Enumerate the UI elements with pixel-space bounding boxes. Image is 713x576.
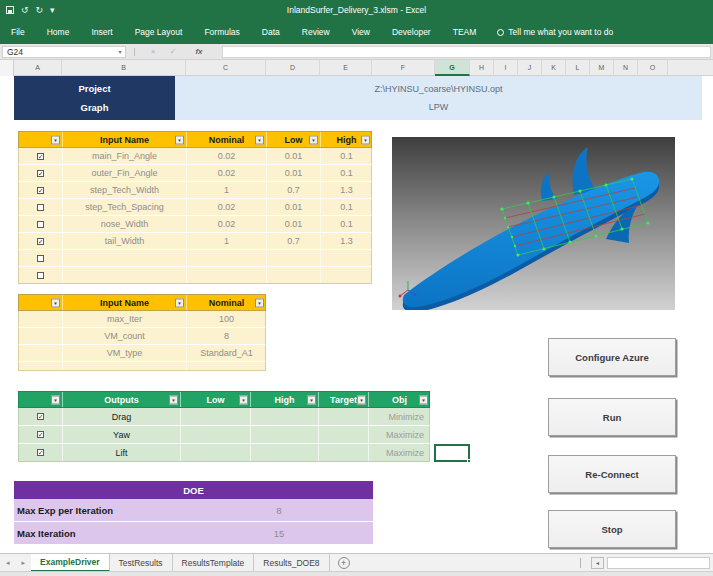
column-header-B[interactable]: B — [62, 60, 186, 76]
configure-azure-button[interactable]: Configure Azure — [548, 338, 676, 376]
filter-icon[interactable]: ▼ — [307, 395, 316, 404]
cell[interactable]: 0.7 — [267, 182, 321, 198]
name-box[interactable]: G24 — [2, 46, 126, 58]
filter-icon[interactable]: ▼ — [51, 298, 60, 307]
tab-developer[interactable]: Developer — [381, 20, 442, 44]
filter-icon[interactable]: ▼ — [239, 395, 248, 404]
tab-page-layout[interactable]: Page Layout — [124, 20, 194, 44]
row-checkbox[interactable] — [37, 221, 44, 228]
cell[interactable] — [63, 267, 187, 283]
cell[interactable]: 1 — [187, 182, 267, 198]
cell[interactable]: max_Iter — [63, 311, 187, 327]
tab-formulas[interactable]: Formulas — [193, 20, 250, 44]
cell[interactable] — [63, 250, 187, 266]
column-header-K[interactable]: K — [542, 60, 566, 76]
cell[interactable]: 0.1 — [321, 216, 373, 232]
cell[interactable] — [181, 444, 251, 461]
column-header-D[interactable]: D — [266, 60, 320, 76]
reconnect-button[interactable]: Re-Connect — [548, 455, 676, 493]
row-checkbox[interactable] — [37, 204, 44, 211]
row-checkbox[interactable]: ✓ — [37, 431, 44, 438]
column-header-C[interactable]: C — [186, 60, 266, 76]
column-header-I[interactable]: I — [494, 60, 518, 76]
column-header-L[interactable]: L — [566, 60, 590, 76]
cell[interactable] — [187, 267, 267, 283]
project-graph-banner[interactable]: Project Graph — [14, 76, 175, 120]
column-header-M[interactable]: M — [590, 60, 614, 76]
filter-icon[interactable]: ▼ — [169, 395, 178, 404]
cell[interactable]: 0.02 — [187, 199, 267, 215]
column-header-G[interactable]: G — [435, 60, 470, 76]
filter-icon[interactable]: ▼ — [175, 298, 184, 307]
tell-me-box[interactable]: Tell me what you want to do — [487, 27, 613, 37]
cell[interactable]: 0.01 — [267, 148, 321, 164]
column-header-J[interactable]: J — [518, 60, 542, 76]
tab-data[interactable]: Data — [251, 20, 291, 44]
filter-icon[interactable]: ▼ — [255, 135, 264, 144]
cell[interactable]: VM_count — [63, 328, 187, 344]
tab-insert[interactable]: Insert — [80, 20, 123, 44]
cell[interactable] — [19, 328, 63, 344]
cell[interactable]: 0.1 — [321, 165, 373, 181]
column-header-H[interactable]: H — [470, 60, 494, 76]
row-checkbox[interactable]: ✓ — [37, 238, 44, 245]
row-checkbox[interactable]: ✓ — [37, 170, 44, 177]
row-checkbox[interactable] — [37, 272, 44, 279]
cell[interactable]: 0.1 — [321, 148, 373, 164]
cell[interactable]: Minimize — [369, 408, 431, 425]
filter-icon[interactable]: ▼ — [309, 135, 318, 144]
cell[interactable] — [319, 426, 369, 443]
filter-icon[interactable]: ▼ — [361, 135, 370, 144]
name-box-dropdown-icon[interactable]: ▾ — [114, 46, 126, 58]
tab-home[interactable]: Home — [36, 20, 81, 44]
row-checkbox[interactable] — [37, 255, 44, 262]
cell[interactable]: 0.01 — [267, 165, 321, 181]
cell[interactable] — [63, 362, 187, 370]
sheet-tab-exampledriver[interactable]: ExampleDriver — [31, 554, 110, 572]
column-header-O[interactable]: O — [638, 60, 668, 76]
cell[interactable]: VM_type — [63, 345, 187, 361]
doe-row-label[interactable]: Max Exp per Iteration — [14, 505, 113, 516]
cell[interactable]: 0.02 — [187, 148, 267, 164]
cell[interactable]: outer_Fin_Angle — [63, 165, 187, 181]
cell[interactable]: tail_Width — [63, 233, 187, 249]
column-header-E[interactable]: E — [320, 60, 372, 76]
fill-handle[interactable] — [467, 459, 471, 463]
tab-view[interactable]: View — [341, 20, 381, 44]
row-checkbox[interactable]: ✓ — [37, 187, 44, 194]
doe-row-label[interactable]: Max Iteration — [14, 528, 76, 539]
sheet-tab-results-doe8[interactable]: Results_DOE8 — [254, 554, 329, 572]
cell[interactable] — [267, 250, 321, 266]
cell[interactable] — [187, 250, 267, 266]
cell[interactable]: 0.02 — [187, 216, 267, 232]
column-header-F[interactable]: F — [372, 60, 435, 76]
column-header-A[interactable]: A — [14, 60, 62, 76]
cell[interactable]: step_Tech_Width — [63, 182, 187, 198]
doe-row-value[interactable]: 15 — [244, 528, 314, 539]
cell[interactable]: 0.1 — [321, 199, 373, 215]
cell[interactable] — [251, 408, 319, 425]
hscroll-left-icon[interactable]: ◄ — [591, 557, 604, 569]
filter-icon[interactable]: ▼ — [419, 395, 428, 404]
cell[interactable] — [321, 267, 373, 283]
tab-file[interactable]: File — [0, 20, 36, 44]
tab-team[interactable]: TEAM — [442, 20, 488, 44]
filter-icon[interactable]: ▼ — [51, 135, 60, 144]
row-checkbox[interactable]: ✓ — [37, 413, 44, 420]
cell[interactable]: 0.01 — [267, 216, 321, 232]
cell[interactable]: Standard_A1 — [187, 345, 267, 361]
filter-icon[interactable]: ▼ — [175, 135, 184, 144]
project-path-banner[interactable]: Z:\HYINSU_coarse\HYINSU.opt LPW — [175, 76, 702, 120]
cell[interactable]: 100 — [187, 311, 267, 327]
cell[interactable]: Maximize — [369, 426, 431, 443]
cell[interactable]: main_Fin_Angle — [63, 148, 187, 164]
cell[interactable] — [181, 408, 251, 425]
cell[interactable] — [19, 362, 63, 370]
doe-row-value[interactable]: 8 — [244, 505, 314, 516]
sheet-tab-testresults[interactable]: TestResults — [110, 554, 173, 572]
sheet-nav-right-icon[interactable]: ▸ — [16, 559, 32, 567]
cell[interactable]: 1.3 — [321, 182, 373, 198]
cell[interactable]: step_Tech_Spacing — [63, 199, 187, 215]
sheet-nav-left-icon[interactable]: ◂ — [0, 559, 16, 567]
cell[interactable] — [19, 311, 63, 327]
